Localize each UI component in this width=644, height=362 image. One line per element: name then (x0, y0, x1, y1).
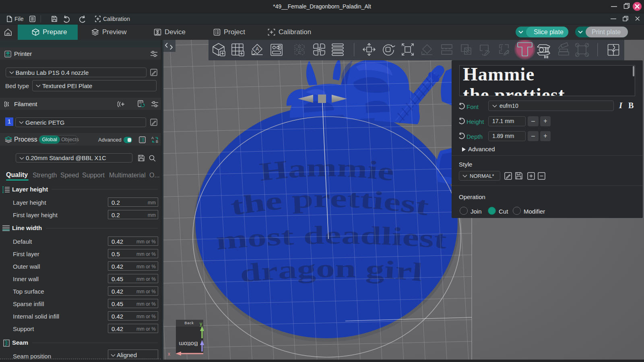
svg-text:Calibration: Calibration (103, 16, 130, 22)
svg-text:A: A (151, 136, 154, 140)
svg-text:Back: Back (184, 321, 194, 325)
svg-text:Bottom: Bottom (179, 341, 198, 348)
svg-text:B: B (156, 140, 158, 144)
svg-text:x: x (168, 351, 170, 357)
svg-text:Print plate: Print plate (592, 29, 621, 35)
svg-text:A: A (256, 46, 259, 52)
svg-text:File: File (14, 16, 24, 22)
svg-text:y: y (200, 321, 202, 327)
svg-text:Slice plate: Slice plate (534, 29, 564, 35)
